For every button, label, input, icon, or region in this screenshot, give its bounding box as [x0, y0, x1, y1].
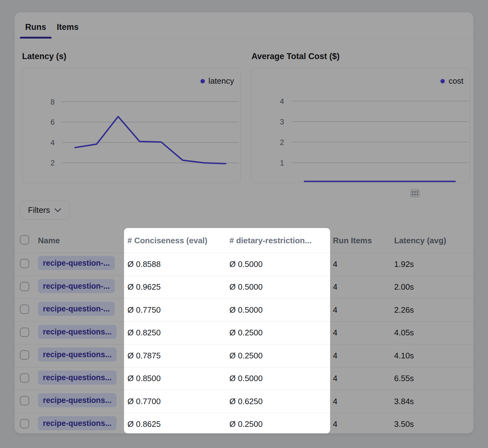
row-checkbox[interactable] — [20, 350, 29, 360]
runs-table: Name # Conciseness (eval) # dietary-rest… — [15, 228, 473, 436]
latency-avg-cell: 2.00s — [394, 282, 473, 292]
dietary-restriction-cell: Ø 0.2500 — [229, 419, 333, 429]
svg-text:4: 4 — [280, 97, 284, 105]
run-name-badge[interactable]: recipe-question-... — [38, 302, 115, 316]
cost-line-chart: 1234 — [252, 68, 470, 183]
latency-avg-cell: 2.26s — [394, 305, 473, 315]
runs-table-rows: recipe-question-...Ø 0.8588Ø 0.500041.92… — [15, 253, 473, 436]
dietary-restriction-cell: Ø 0.2500 — [229, 328, 333, 338]
latency-legend-label: latency — [209, 76, 234, 86]
select-all-checkbox[interactable] — [20, 235, 29, 245]
table-row: recipe-questions...Ø 0.8250Ø 0.250044.05… — [15, 321, 473, 344]
dietary-restriction-cell: Ø 0.5000 — [229, 259, 333, 269]
conciseness-cell: Ø 0.7700 — [127, 397, 229, 406]
table-row: recipe-question-...Ø 0.9625Ø 0.500042.00… — [15, 276, 473, 299]
filters-row: Filters — [15, 201, 473, 220]
conciseness-cell: Ø 0.8250 — [127, 328, 229, 338]
latency-avg-cell: 1.92s — [394, 259, 473, 269]
table-row: recipe-questions...Ø 0.8625Ø 0.250043.50… — [15, 413, 473, 436]
run-name-badge[interactable]: recipe-questions... — [38, 348, 117, 362]
charts-section: Latency (s) 2468 latency Average Total C… — [15, 39, 473, 183]
table-row: recipe-questions...Ø 0.8500Ø 0.500046.55… — [15, 367, 473, 390]
column-header-name[interactable]: Name — [38, 236, 127, 245]
dietary-restriction-cell: Ø 0.5000 — [229, 374, 333, 383]
conciseness-cell: Ø 0.8625 — [127, 419, 229, 429]
table-row: recipe-question-...Ø 0.8588Ø 0.500041.92… — [15, 253, 473, 276]
run-items-cell: 4 — [333, 397, 394, 406]
cost-legend-label: cost — [449, 76, 463, 86]
latency-avg-cell: 4.05s — [394, 328, 473, 338]
cost-legend-dot — [440, 79, 445, 83]
cost-chart-block: Average Total Cost ($) 1234 cost — [251, 51, 470, 183]
row-checkbox[interactable] — [20, 305, 29, 314]
dietary-restriction-cell: Ø 0.5000 — [229, 305, 333, 315]
run-items-cell: 4 — [333, 282, 394, 292]
latency-avg-cell: 3.84s — [394, 397, 473, 406]
latency-chart: 2468 latency — [22, 68, 241, 183]
run-name-badge[interactable]: recipe-question-... — [38, 256, 115, 270]
runs-panel: Runs Items Latency (s) 2468 latency Aver… — [15, 12, 473, 433]
run-name-badge[interactable]: recipe-question-... — [38, 279, 115, 293]
tab-runs-label: Runs — [25, 22, 46, 32]
latency-avg-cell: 4.10s — [394, 351, 473, 361]
svg-text:6: 6 — [50, 118, 54, 127]
column-header-run-items[interactable]: Run Items — [333, 236, 394, 245]
conciseness-cell: Ø 0.8500 — [127, 374, 229, 383]
resize-handle[interactable] — [410, 189, 420, 198]
filters-button[interactable]: Filters — [20, 201, 69, 220]
svg-text:3: 3 — [280, 118, 284, 126]
svg-text:1: 1 — [280, 159, 284, 167]
conciseness-cell: Ø 0.8588 — [127, 259, 229, 269]
column-header-dietary-restriction[interactable]: # dietary-restriction... — [229, 236, 333, 245]
grip-dots-icon — [412, 191, 418, 195]
column-header-latency-avg[interactable]: Latency (avg) — [394, 236, 473, 245]
run-items-cell: 4 — [333, 259, 394, 269]
run-items-cell: 4 — [333, 305, 394, 315]
row-checkbox[interactable] — [20, 328, 29, 337]
run-name-badge[interactable]: recipe-questions... — [38, 416, 117, 430]
cost-chart: 1234 cost — [251, 68, 470, 183]
conciseness-cell: Ø 0.9625 — [127, 282, 229, 292]
tab-runs[interactable]: Runs — [20, 12, 52, 38]
cost-legend: cost — [440, 76, 463, 86]
latency-chart-block: Latency (s) 2468 latency — [22, 51, 241, 183]
latency-legend: latency — [200, 76, 234, 86]
row-checkbox[interactable] — [20, 373, 29, 383]
row-checkbox[interactable] — [20, 282, 29, 291]
svg-text:2: 2 — [280, 138, 284, 147]
svg-text:2: 2 — [50, 159, 54, 167]
conciseness-cell: Ø 0.7875 — [127, 351, 229, 361]
conciseness-cell: Ø 0.7750 — [127, 305, 229, 315]
tab-items[interactable]: Items — [52, 12, 84, 38]
table-row: recipe-questions...Ø 0.7700Ø 0.625043.84… — [15, 390, 473, 413]
dietary-restriction-cell: Ø 0.5000 — [229, 282, 333, 292]
dietary-restriction-cell: Ø 0.6250 — [229, 397, 333, 406]
run-items-cell: 4 — [333, 374, 394, 383]
cost-chart-title: Average Total Cost ($) — [251, 51, 470, 61]
row-checkbox[interactable] — [20, 419, 29, 428]
latency-avg-cell: 6.55s — [394, 374, 473, 383]
column-header-conciseness[interactable]: # Conciseness (eval) — [127, 236, 229, 245]
latency-chart-title: Latency (s) — [22, 51, 241, 61]
run-items-cell: 4 — [333, 328, 394, 338]
run-items-cell: 4 — [333, 351, 394, 361]
table-row: recipe-questions...Ø 0.7875Ø 0.250044.10… — [15, 344, 473, 367]
row-checkbox[interactable] — [20, 259, 29, 268]
run-items-cell: 4 — [333, 419, 394, 429]
chevron-down-icon — [54, 208, 61, 212]
filters-button-label: Filters — [28, 205, 50, 215]
tab-items-label: Items — [57, 22, 79, 32]
run-name-badge[interactable]: recipe-questions... — [38, 325, 117, 339]
svg-text:8: 8 — [50, 98, 54, 106]
table-header-row: Name # Conciseness (eval) # dietary-rest… — [15, 228, 473, 253]
dietary-restriction-cell: Ø 0.2500 — [229, 351, 333, 361]
latency-legend-dot — [200, 79, 205, 83]
table-row: recipe-question-...Ø 0.7750Ø 0.500042.26… — [15, 298, 473, 321]
svg-text:4: 4 — [50, 138, 54, 147]
latency-avg-cell: 3.50s — [394, 419, 473, 429]
row-checkbox[interactable] — [20, 396, 29, 405]
run-name-badge[interactable]: recipe-questions... — [38, 371, 117, 385]
run-name-badge[interactable]: recipe-questions... — [38, 393, 117, 407]
tab-bar: Runs Items — [15, 12, 473, 39]
